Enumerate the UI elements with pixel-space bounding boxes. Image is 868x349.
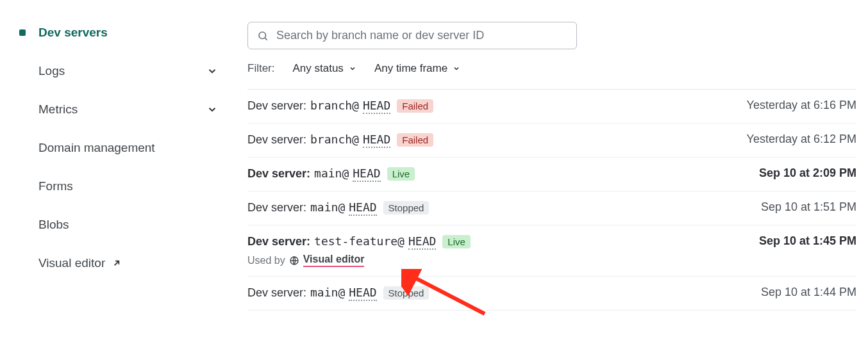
svg-point-0: [259, 32, 266, 39]
chevron-down-icon: [206, 65, 218, 77]
branch-name: main@: [310, 200, 345, 214]
status-badge: Failed: [397, 99, 433, 113]
branch-name: main@: [310, 286, 345, 299]
search-icon: [257, 30, 269, 42]
branch-name: test-feature@: [314, 234, 405, 248]
status-badge: Stopped: [383, 201, 430, 215]
sidebar: Dev serversLogsMetricsDomain managementF…: [0, 0, 236, 349]
globe-icon: [289, 256, 299, 266]
filter-row: Filter: Any status Any time frame: [247, 62, 856, 90]
branch-name: branch@: [310, 99, 359, 112]
sidebar-item-label: Domain management: [38, 141, 155, 155]
branch-name: branch@: [310, 133, 359, 146]
row-prefix: Dev server:: [247, 99, 306, 113]
filter-status-label: Any status: [293, 62, 344, 75]
status-badge: Failed: [397, 133, 433, 147]
visual-editor-link[interactable]: Visual editor: [303, 254, 365, 267]
sidebar-item-metrics[interactable]: Metrics: [19, 96, 223, 123]
dev-server-row[interactable]: Dev server: branch@HEADFailedYesterday a…: [247, 124, 856, 158]
row-timestamp: Sep 10 at 1:51 PM: [761, 200, 856, 214]
sidebar-item-logs[interactable]: Logs: [19, 58, 223, 85]
head-ref[interactable]: HEAD: [353, 166, 380, 182]
filter-timeframe-dropdown[interactable]: Any time frame: [374, 62, 460, 75]
external-link-icon: [112, 258, 122, 268]
sidebar-item-label: Forms: [38, 179, 73, 193]
filter-label: Filter:: [247, 62, 275, 75]
row-timestamp: Sep 10 at 1:44 PM: [761, 286, 856, 299]
status-badge: Live: [442, 235, 471, 248]
sidebar-item-forms[interactable]: Forms: [19, 173, 223, 200]
sidebar-item-domain-management[interactable]: Domain management: [19, 134, 223, 161]
sidebar-item-dev-servers[interactable]: Dev servers: [19, 19, 223, 46]
row-prefix: Dev server:: [247, 286, 306, 300]
head-ref[interactable]: HEAD: [363, 133, 390, 148]
search-field-wrap[interactable]: [247, 22, 577, 49]
sidebar-item-label: Logs: [38, 64, 65, 78]
head-ref[interactable]: HEAD: [408, 234, 436, 250]
search-input[interactable]: [276, 29, 567, 42]
branch-name: main@: [314, 166, 349, 180]
sidebar-item-label: Metrics: [38, 102, 78, 117]
chevron-down-icon: [349, 65, 356, 72]
dev-server-list: Dev server: branch@HEADFailedYesterday a…: [247, 90, 856, 311]
used-by-label: Used by: [247, 255, 285, 266]
dev-server-row[interactable]: Dev server: main@HEADStoppedSep 10 at 1:…: [247, 277, 856, 311]
head-ref[interactable]: HEAD: [363, 99, 390, 114]
status-badge: Stopped: [383, 286, 430, 300]
filter-status-dropdown[interactable]: Any status: [293, 62, 356, 75]
dev-server-row[interactable]: Dev server: main@HEADLiveSep 10 at 2:09 …: [247, 158, 856, 191]
head-ref[interactable]: HEAD: [349, 200, 376, 216]
chevron-down-icon: [453, 65, 460, 72]
row-timestamp: Yesterday at 6:12 PM: [747, 133, 856, 146]
sidebar-item-label: Dev servers: [38, 26, 108, 40]
filter-timeframe-label: Any time frame: [374, 62, 447, 75]
sidebar-item-label: Blobs: [38, 218, 69, 232]
dev-server-row[interactable]: Dev server: main@HEADStoppedSep 10 at 1:…: [247, 191, 856, 225]
svg-line-1: [265, 38, 267, 40]
head-ref[interactable]: HEAD: [349, 286, 376, 301]
sidebar-item-label: Visual editor: [38, 256, 105, 270]
dev-server-row[interactable]: Dev server: test-feature@HEADLiveUsed by…: [247, 225, 856, 277]
main-panel: Filter: Any status Any time frame Dev se…: [236, 0, 868, 349]
row-prefix: Dev server:: [247, 133, 306, 147]
row-prefix: Dev server:: [247, 235, 310, 248]
row-timestamp: Sep 10 at 2:09 PM: [759, 166, 856, 180]
dev-server-row[interactable]: Dev server: branch@HEADFailedYesterday a…: [247, 90, 856, 124]
row-timestamp: Sep 10 at 1:45 PM: [759, 234, 856, 248]
status-badge: Live: [387, 167, 415, 181]
used-by-line: Used byVisual editor: [247, 254, 471, 267]
row-prefix: Dev server:: [247, 201, 306, 215]
row-timestamp: Yesterday at 6:16 PM: [747, 99, 856, 112]
chevron-down-icon: [206, 104, 218, 115]
sidebar-item-blobs[interactable]: Blobs: [19, 211, 223, 238]
sidebar-item-visual-editor[interactable]: Visual editor: [19, 250, 223, 277]
row-prefix: Dev server:: [247, 167, 310, 181]
